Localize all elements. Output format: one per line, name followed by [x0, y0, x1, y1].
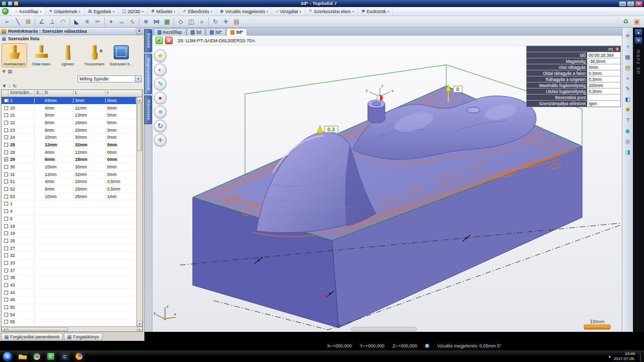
dimension-icon[interactable]: ↔: [117, 17, 127, 27]
stock-icon[interactable]: ▣: [632, 17, 642, 27]
row-checkbox[interactable]: [4, 320, 8, 324]
tool-type-torus-mill[interactable]: RTóruszmaró: [82, 43, 107, 67]
dialog-close-button[interactable]: ✕: [136, 28, 142, 34]
pane-pin-button[interactable]: ▴: [634, 29, 642, 36]
target-icon[interactable]: ✛: [154, 134, 167, 146]
row-checkbox[interactable]: [4, 239, 8, 243]
document-tab-0[interactable]: Kezdőlap: [153, 28, 186, 36]
scroll-down-icon[interactable]: ▾: [137, 321, 142, 326]
tab-forgatokonyv[interactable]: Forgatókönyv: [64, 333, 103, 340]
tool-library-icon[interactable]: ▤: [8, 69, 13, 74]
tool-type-face-mill[interactable]: Homlokmaró: [2, 43, 27, 67]
row-checkbox[interactable]: [4, 150, 8, 154]
table-row[interactable]: 226mm16mm0mm: [2, 119, 136, 127]
ribbon-tab-gepelemek[interactable]: ✦Gépelemek▾: [45, 7, 85, 16]
add-tool-icon[interactable]: ✚: [2, 69, 6, 74]
table-row[interactable]: 55: [2, 319, 136, 326]
row-checkbox[interactable]: [4, 298, 8, 302]
table-row[interactable]: 27: [2, 245, 136, 252]
refresh-icon[interactable]: ♻: [621, 17, 631, 27]
measure-icon[interactable]: ⌖: [106, 17, 116, 27]
table-row[interactable]: 5: [2, 215, 136, 223]
table-row[interactable]: 3112mm32mm0mm: [2, 171, 136, 178]
row-checkbox[interactable]: [4, 106, 8, 110]
table-row[interactable]: 204mm11mm0mm: [2, 105, 136, 112]
table-row[interactable]: 33: [2, 259, 136, 267]
world-icon[interactable]: ◐: [154, 63, 167, 76]
row-checkbox[interactable]: [4, 209, 8, 213]
refresh-list-icon[interactable]: ↻: [13, 84, 17, 88]
app-logo-icon[interactable]: [2, 1, 7, 6]
row-checkbox[interactable]: [4, 202, 8, 206]
table-row[interactable]: 44: [2, 289, 136, 297]
tool-type-side-mill[interactable]: Oldal maró: [28, 43, 54, 67]
spindle-dropdown[interactable]: Milling Spindle ▼: [77, 75, 142, 82]
trim-icon[interactable]: ✂: [93, 17, 103, 27]
line-icon[interactable]: ╲: [13, 17, 23, 27]
corner-snap-icon[interactable]: ⌐: [2, 17, 12, 27]
ribbon-tab-eszkozok[interactable]: ✱Eszközök▾: [358, 7, 393, 16]
row-checkbox[interactable]: [4, 165, 8, 169]
app-menu-orb-icon[interactable]: [2, 8, 9, 15]
solid-icon[interactable]: ◇: [176, 17, 186, 27]
chevron-down-icon[interactable]: ▼: [135, 76, 141, 82]
table-row[interactable]: 49: [2, 297, 136, 304]
save-icon[interactable]: [8, 1, 13, 6]
ribbon-tab-vizualis-megjelenes[interactable]: ◉Vizuális megjelenés▾: [216, 7, 272, 16]
ribbon-tab-egyebek[interactable]: ▣Egyebek▾: [85, 7, 119, 16]
row-checkbox[interactable]: [4, 195, 8, 199]
table-row[interactable]: 238mm20mm0mm: [2, 127, 136, 134]
row-checkbox[interactable]: [4, 99, 8, 103]
start-button[interactable]: ⊞: [3, 351, 13, 361]
arc-icon[interactable]: ◠: [58, 17, 68, 27]
document-tab-3[interactable]: 3d*: [226, 28, 247, 36]
row-checkbox[interactable]: [4, 187, 8, 191]
split-view-icon[interactable]: ◧: [624, 95, 632, 103]
layers-icon[interactable]: ▤: [624, 63, 632, 71]
row-checkbox[interactable]: [4, 261, 8, 265]
scrollbar-thumb[interactable]: [8, 327, 68, 331]
row-checkbox[interactable]: [4, 113, 8, 117]
rotate-view-icon[interactable]: ↻: [210, 17, 220, 27]
sort-icon[interactable]: ↕: [9, 84, 11, 88]
perpendicular-icon[interactable]: ⊥: [47, 17, 57, 27]
commander-button[interactable]: [59, 351, 71, 361]
ribbon-tab-muvelet[interactable]: ✚Művelet▾: [147, 7, 179, 16]
confirm-button[interactable]: ✓: [155, 37, 163, 44]
scroll-up-icon[interactable]: ▴: [137, 97, 142, 103]
workspace-icon[interactable]: [14, 1, 19, 6]
row-checkbox[interactable]: [4, 246, 8, 250]
cancel-button[interactable]: ✕: [165, 37, 173, 44]
chrome-button[interactable]: [31, 351, 43, 361]
table-row[interactable]: 526mm15mm0,5mm: [2, 186, 136, 193]
row-checkbox[interactable]: [4, 172, 8, 176]
material-icon[interactable]: ●: [154, 92, 167, 104]
view-icon[interactable]: ◉: [624, 127, 632, 135]
zoom-icon[interactable]: ⌕: [624, 74, 632, 82]
firefox-button[interactable]: [73, 351, 85, 361]
table-row[interactable]: 263mm3mm0mm: [2, 97, 136, 105]
tool-type-custom[interactable]: Szerszám ti...: [108, 43, 134, 67]
pattern-icon[interactable]: ▦: [162, 17, 172, 27]
side-tab-megmunkalasok[interactable]: Megmunkálások: [144, 54, 152, 95]
favorites-star-icon[interactable]: ★: [154, 49, 167, 62]
tool-type-end-mill[interactable]: Ujjmaró: [55, 43, 80, 67]
pan-icon[interactable]: ✛: [221, 17, 231, 27]
table-row[interactable]: 215mm13mm0mm: [2, 112, 136, 119]
row-checkbox[interactable]: [4, 276, 8, 280]
help-icon[interactable]: ?: [624, 116, 632, 124]
document-tab-2[interactable]: 3d*: [206, 28, 226, 36]
show-desktop-button[interactable]: [640, 351, 643, 361]
row-checkbox[interactable]: [4, 224, 8, 228]
row-checkbox[interactable]: [4, 291, 8, 295]
table-row[interactable]: 18: [2, 223, 136, 230]
sketch-icon[interactable]: ✎: [154, 77, 167, 90]
pan-icon[interactable]: ✛: [624, 32, 632, 40]
scroll-right-icon[interactable]: ▸: [137, 327, 142, 331]
tray-expand-icon[interactable]: ▴: [609, 354, 611, 358]
horizontal-scrollbar[interactable]: ◂ ▸: [2, 326, 142, 331]
layers-icon[interactable]: ▤: [231, 17, 242, 27]
row-checkbox[interactable]: [4, 121, 8, 125]
edit-icon[interactable]: ✎: [624, 84, 632, 93]
scrollbar-track[interactable]: [137, 151, 142, 321]
